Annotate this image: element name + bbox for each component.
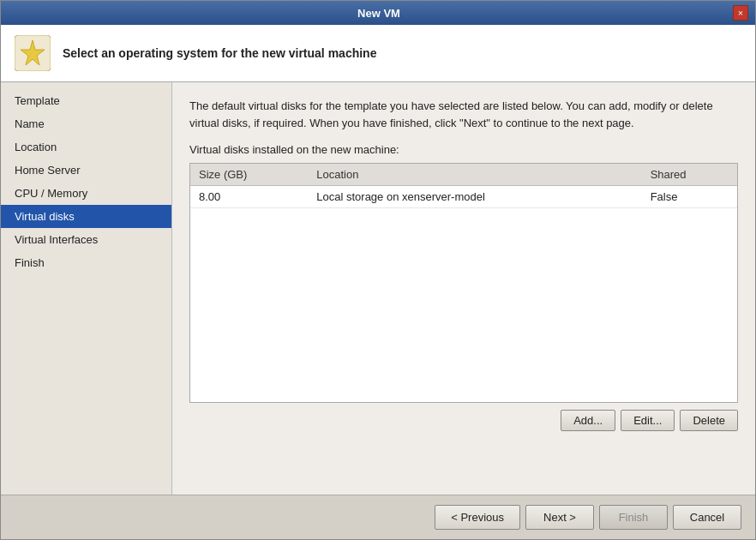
sidebar-item-name[interactable]: Name — [1, 112, 171, 135]
disk-table-container: Size (GB) Location Shared 8.00 Local sto… — [189, 163, 738, 403]
sidebar-item-cpu-memory[interactable]: CPU / Memory — [1, 182, 171, 205]
table-row[interactable]: 8.00 Local storage on xenserver-model Fa… — [190, 186, 737, 208]
sidebar-item-finish[interactable]: Finish — [1, 251, 171, 274]
main-content: The default virtual disks for the templa… — [172, 82, 755, 495]
header-text: Select an operating system for the new v… — [63, 46, 376, 60]
cell-location: Local storage on xenserver-model — [308, 186, 641, 208]
col-location: Location — [308, 164, 641, 186]
cell-size: 8.00 — [190, 186, 308, 208]
description-text: The default virtual disks for the templa… — [189, 98, 738, 131]
footer: < Previous Next > Finish Cancel — [1, 495, 755, 539]
app-icon — [15, 35, 51, 71]
sidebar-item-virtual-disks[interactable]: Virtual disks — [1, 205, 171, 228]
sidebar-item-template[interactable]: Template — [1, 89, 171, 112]
add-button[interactable]: Add... — [561, 410, 615, 431]
delete-button[interactable]: Delete — [680, 410, 738, 431]
next-button[interactable]: Next > — [525, 505, 594, 530]
main-window: New VM × Select an operating system for … — [0, 0, 756, 540]
sidebar-item-location[interactable]: Location — [1, 135, 171, 159]
finish-button: Finish — [599, 505, 668, 530]
previous-button[interactable]: < Previous — [435, 505, 520, 530]
content-area: Template Name Location Home Server CPU /… — [1, 82, 755, 495]
cell-shared: False — [642, 186, 737, 208]
col-shared: Shared — [642, 164, 737, 186]
action-buttons: Add... Edit... Delete — [189, 410, 738, 431]
close-button[interactable]: × — [733, 5, 748, 21]
sidebar: Template Name Location Home Server CPU /… — [1, 82, 172, 495]
sidebar-item-home-server[interactable]: Home Server — [1, 159, 171, 182]
virtual-disks-label: Virtual disks installed on the new machi… — [189, 143, 738, 156]
header-area: Select an operating system for the new v… — [1, 25, 755, 82]
title-bar: New VM × — [1, 1, 755, 25]
disk-table: Size (GB) Location Shared 8.00 Local sto… — [190, 164, 737, 208]
sidebar-item-virtual-interfaces[interactable]: Virtual Interfaces — [1, 228, 171, 251]
cancel-button[interactable]: Cancel — [673, 505, 741, 530]
col-size: Size (GB) — [190, 164, 308, 186]
window-title: New VM — [25, 7, 733, 20]
edit-button[interactable]: Edit... — [621, 410, 675, 431]
